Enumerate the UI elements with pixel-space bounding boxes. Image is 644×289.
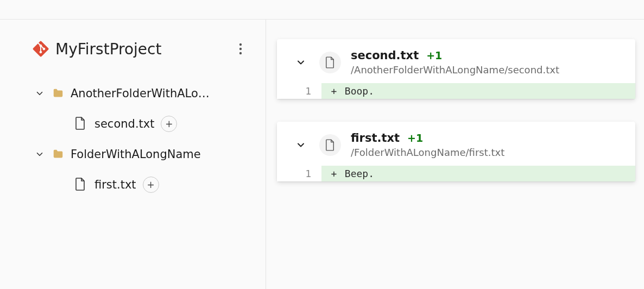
git-icon	[33, 41, 49, 57]
tree-folder-label: AnotherFolderWithALo…	[71, 87, 210, 100]
file-tree: AnotherFolderWithALo… second.txt + Folde…	[33, 78, 251, 200]
add-button[interactable]: +	[161, 116, 177, 132]
diff-path: /AnotherFolderWithALongName/second.txt	[351, 64, 559, 76]
diff-sign: +	[329, 85, 339, 97]
tree-file-label: first.txt	[94, 178, 136, 191]
tree-folder[interactable]: AnotherFolderWithALo…	[33, 78, 251, 109]
collapse-toggle[interactable]	[293, 137, 308, 153]
diff-path: /FolderWithALongName/first.txt	[351, 147, 504, 158]
tree-file-label: second.txt	[94, 117, 154, 130]
svg-point-2	[239, 52, 242, 54]
collapse-toggle[interactable]	[293, 55, 308, 70]
diff-card: first.txt +1 /FolderWithALongName/first.…	[277, 122, 635, 181]
tree-folder[interactable]: FolderWithALongName	[33, 139, 251, 169]
add-button[interactable]: +	[143, 177, 159, 193]
diff-filename: first.txt	[351, 131, 400, 144]
diff-filename: second.txt	[351, 49, 419, 62]
file-icon	[75, 178, 87, 192]
file-icon	[319, 52, 341, 73]
tree-file[interactable]: first.txt +	[33, 169, 251, 200]
diff-sign: +	[329, 168, 339, 179]
diff-card: second.txt +1 /AnotherFolderWithALongNam…	[277, 39, 635, 99]
more-vertical-icon	[239, 43, 242, 55]
svg-point-1	[239, 48, 242, 50]
file-icon	[319, 134, 341, 156]
diff-panel: second.txt +1 /AnotherFolderWithALongNam…	[266, 20, 644, 289]
svg-point-0	[239, 43, 242, 46]
diff-line-added: 1 + Boop.	[277, 83, 635, 99]
topbar	[0, 0, 644, 20]
project-title: MyFirstProject	[55, 40, 230, 58]
diff-delta: +1	[426, 49, 442, 61]
line-number: 1	[277, 166, 321, 181]
chevron-down-icon	[33, 147, 47, 161]
chevron-down-icon	[33, 86, 47, 100]
diff-text: Boop.	[345, 85, 374, 97]
tree-file[interactable]: second.txt +	[33, 109, 251, 139]
tree-folder-label: FolderWithALongName	[71, 148, 201, 161]
more-button[interactable]	[230, 38, 251, 60]
chevron-down-icon	[295, 57, 306, 68]
diff-delta: +1	[407, 132, 423, 144]
project-header: MyFirstProject	[33, 38, 251, 60]
chevron-down-icon	[295, 140, 306, 150]
folder-icon	[52, 87, 64, 99]
folder-icon	[52, 148, 64, 160]
line-number: 1	[277, 83, 321, 99]
diff-line-added: 1 + Beep.	[277, 166, 635, 181]
diff-text: Beep.	[345, 168, 374, 179]
sidebar: MyFirstProject AnotherFolderWithALo… sec…	[0, 20, 266, 289]
file-icon	[75, 117, 87, 131]
